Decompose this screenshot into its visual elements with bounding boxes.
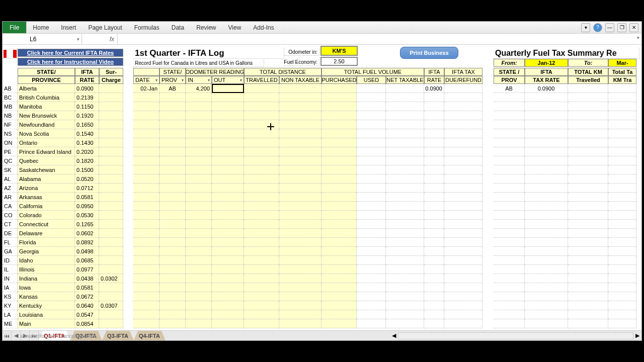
empty-cell[interactable]: [212, 256, 244, 265]
odo-value[interactable]: KM'S: [320, 46, 358, 56]
empty-cell[interactable]: [186, 102, 212, 111]
empty-cell[interactable]: [186, 138, 212, 147]
tab-home[interactable]: Home: [27, 22, 55, 33]
empty-cell[interactable]: [279, 147, 321, 156]
empty-cell[interactable]: [212, 301, 244, 310]
empty-cell[interactable]: [321, 102, 357, 111]
empty-cell[interactable]: [321, 202, 357, 211]
empty-cell[interactable]: [186, 319, 212, 328]
empty-cell[interactable]: [321, 256, 357, 265]
empty-cell[interactable]: [279, 319, 321, 328]
empty-cell[interactable]: [186, 93, 212, 102]
empty-cell[interactable]: [133, 174, 159, 184]
empty-cell[interactable]: [279, 238, 321, 247]
empty-cell[interactable]: [186, 256, 212, 265]
empty-cell[interactable]: [321, 265, 357, 274]
empty-cell[interactable]: [321, 165, 357, 174]
d-nt[interactable]: [279, 84, 321, 93]
empty-cell[interactable]: [244, 111, 279, 120]
empty-cell[interactable]: [244, 301, 279, 310]
empty-cell[interactable]: [212, 220, 244, 229]
link-rates[interactable]: Click here for Current IFTA Rates: [18, 49, 123, 57]
empty-cell[interactable]: [244, 193, 279, 202]
empty-cell[interactable]: [133, 283, 159, 292]
empty-cell[interactable]: [159, 292, 186, 301]
empty-cell[interactable]: [244, 274, 279, 283]
empty-cell[interactable]: [186, 111, 212, 120]
empty-cell[interactable]: [244, 120, 279, 129]
d-prov[interactable]: AB: [159, 84, 186, 93]
empty-cell[interactable]: [186, 301, 212, 310]
empty-cell[interactable]: [186, 174, 212, 184]
empty-cell[interactable]: [159, 247, 186, 256]
empty-cell[interactable]: [212, 129, 244, 138]
empty-cell[interactable]: [321, 193, 357, 202]
empty-cell[interactable]: [133, 319, 159, 328]
empty-cell[interactable]: [244, 147, 279, 156]
empty-cell[interactable]: [133, 147, 159, 156]
empty-cell[interactable]: [212, 238, 244, 247]
empty-cell[interactable]: [212, 156, 244, 165]
tab-formulas[interactable]: Formulas: [128, 22, 166, 33]
empty-cell[interactable]: [212, 274, 244, 283]
empty-cell[interactable]: [212, 120, 244, 129]
empty-cell[interactable]: [133, 310, 159, 319]
empty-cell[interactable]: [279, 229, 321, 238]
empty-cell[interactable]: [279, 138, 321, 147]
empty-cell[interactable]: [279, 283, 321, 292]
empty-cell[interactable]: [321, 93, 357, 102]
tab-view[interactable]: View: [222, 22, 248, 33]
empty-cell[interactable]: [133, 265, 159, 274]
empty-cell[interactable]: [212, 247, 244, 256]
empty-cell[interactable]: [321, 120, 357, 129]
empty-cell[interactable]: [321, 138, 357, 147]
help-icon[interactable]: ?: [593, 23, 602, 32]
restore-icon[interactable]: ❐: [617, 23, 626, 32]
empty-cell[interactable]: [133, 111, 159, 120]
empty-cell[interactable]: [186, 129, 212, 138]
name-box[interactable]: L6: [27, 34, 82, 44]
empty-cell[interactable]: [186, 292, 212, 301]
empty-cell[interactable]: [321, 292, 357, 301]
d-date[interactable]: 02-Jan: [133, 84, 159, 93]
empty-cell[interactable]: [321, 247, 357, 256]
empty-cell[interactable]: [244, 93, 279, 102]
empty-cell[interactable]: [159, 310, 186, 319]
empty-cell[interactable]: [212, 174, 244, 184]
empty-cell[interactable]: [159, 93, 186, 102]
empty-cell[interactable]: [133, 156, 159, 165]
empty-cell[interactable]: [133, 301, 159, 310]
d-pur[interactable]: [321, 84, 357, 93]
empty-cell[interactable]: [186, 202, 212, 211]
empty-cell[interactable]: [133, 129, 159, 138]
empty-cell[interactable]: [279, 265, 321, 274]
empty-cell[interactable]: [159, 256, 186, 265]
empty-cell[interactable]: [244, 165, 279, 174]
empty-cell[interactable]: [244, 256, 279, 265]
empty-cell[interactable]: [321, 184, 357, 193]
empty-cell[interactable]: [186, 310, 212, 319]
empty-cell[interactable]: [279, 129, 321, 138]
empty-cell[interactable]: [159, 174, 186, 184]
empty-cell[interactable]: [212, 310, 244, 319]
empty-cell[interactable]: [186, 193, 212, 202]
empty-cell[interactable]: [321, 174, 357, 184]
worksheet[interactable]: Click here for Current IFTA RatesClick h…: [3, 45, 641, 330]
empty-cell[interactable]: [212, 111, 244, 120]
empty-cell[interactable]: [321, 220, 357, 229]
empty-cell[interactable]: [279, 202, 321, 211]
empty-cell[interactable]: [279, 220, 321, 229]
empty-cell[interactable]: [133, 193, 159, 202]
empty-cell[interactable]: [279, 247, 321, 256]
empty-cell[interactable]: [159, 147, 186, 156]
empty-cell[interactable]: [321, 283, 357, 292]
print-button[interactable]: Print Business: [400, 47, 458, 59]
empty-cell[interactable]: [186, 184, 212, 193]
empty-cell[interactable]: [186, 211, 212, 220]
empty-cell[interactable]: [159, 138, 186, 147]
empty-cell[interactable]: [321, 111, 357, 120]
empty-cell[interactable]: [279, 111, 321, 120]
sheet-tab-q4[interactable]: Q4-IFTA: [134, 331, 166, 340]
empty-cell[interactable]: [279, 174, 321, 184]
empty-cell[interactable]: [133, 220, 159, 229]
